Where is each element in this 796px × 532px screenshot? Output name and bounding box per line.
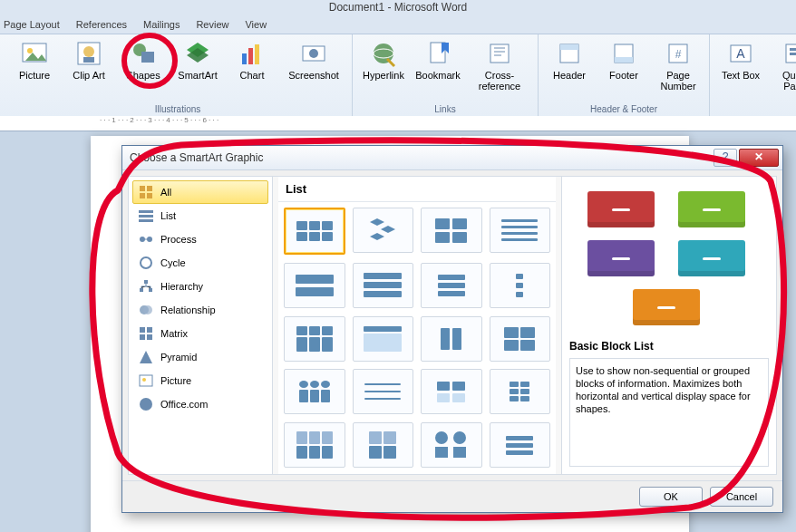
textbox-icon: A [726,39,755,68]
header-icon [555,39,584,68]
svg-rect-54 [453,447,466,458]
shapes-icon [129,39,158,68]
gallery-thumb[interactable] [284,208,345,255]
screenshot-button[interactable]: Screenshot [281,36,346,83]
clipart-button[interactable]: Clip Art [63,36,114,83]
gallery-thumb[interactable] [284,263,345,308]
svg-point-11 [309,49,318,58]
svg-rect-29 [140,186,145,191]
gallery-thumb[interactable] [284,316,345,362]
chart-button[interactable]: Chart [227,36,277,83]
cycle-icon [139,256,153,270]
dialog-close-button[interactable]: ✕ [739,149,779,167]
gallery-thumb[interactable] [353,316,414,362]
svg-point-38 [141,257,151,268]
svg-rect-41 [149,288,152,292]
crossref-icon [485,39,514,68]
svg-rect-15 [490,44,509,63]
category-list[interactable]: List [132,204,268,227]
smartart-button[interactable]: SmartArt [172,36,223,83]
category-relationship[interactable]: Relationship [132,298,268,322]
svg-rect-53 [435,447,448,458]
tab-mailings[interactable]: Mailings [143,19,180,30]
svg-rect-33 [139,210,153,213]
tab-review[interactable]: Review [196,19,228,30]
gallery-thumb[interactable] [490,316,551,362]
gallery-thumb[interactable] [421,263,482,308]
gallery-thumb[interactable] [353,422,414,468]
group-headerfooter-label: Header & Footer [590,104,657,114]
svg-rect-25 [790,48,796,51]
svg-rect-9 [255,44,259,64]
category-officecom[interactable]: Office.com [132,392,268,416]
screenshot-icon [299,39,328,68]
gallery-thumb[interactable] [353,208,414,253]
hyperlink-button[interactable]: Hyperlink [358,36,409,83]
svg-rect-40 [140,288,143,292]
group-links-label: Links [434,104,455,114]
svg-rect-46 [140,334,145,340]
gallery-thumb[interactable] [490,422,551,468]
gallery-thumb[interactable] [284,369,345,414]
gallery-thumb[interactable] [421,422,482,468]
crossref-button[interactable]: Cross-reference [467,36,532,94]
footer-button[interactable]: Footer [598,36,649,83]
gallery-thumb[interactable] [284,422,345,468]
svg-point-3 [83,46,94,57]
svg-point-50 [140,398,152,411]
all-icon [139,185,153,199]
quickparts-button[interactable]: Quick Parts [770,36,796,94]
ok-button[interactable]: OK [639,487,703,507]
ruler: · · · 1 · · · 2 · · · 3 · · · 4 · · · 5 … [0,116,796,131]
category-pyramid[interactable]: Pyramid [132,345,268,369]
tab-view[interactable]: View [245,19,267,30]
category-matrix[interactable]: Matrix [132,322,268,345]
relationship-icon [139,303,153,317]
gallery: List [278,177,556,474]
svg-rect-8 [248,48,253,64]
gallery-thumb[interactable] [490,369,551,414]
gallery-thumb[interactable] [353,369,414,414]
svg-rect-47 [147,334,152,340]
bookmark-icon [423,39,452,68]
textbox-button[interactable]: A Text Box [715,36,766,83]
svg-text:A: A [736,46,745,61]
list-icon [139,208,153,223]
svg-rect-17 [560,44,578,50]
tab-references[interactable]: References [76,19,127,30]
gallery-thumb[interactable] [421,316,482,362]
app-title: Document1 - Microsoft Word [0,0,796,17]
picture-button[interactable]: Picture [9,36,60,83]
picture-cat-icon [139,373,153,388]
hyperlink-icon [369,39,398,68]
svg-point-37 [147,237,152,242]
gallery-thumb[interactable] [490,263,551,308]
header-button[interactable]: Header [544,36,595,83]
svg-point-51 [435,431,448,444]
gallery-thumb[interactable] [421,369,482,414]
preview-canvas [578,191,760,327]
pyramid-icon [139,350,153,364]
gallery-thumb[interactable] [421,208,482,253]
matrix-icon [139,326,153,341]
gallery-heading: List [278,177,556,202]
gallery-thumb[interactable] [353,263,414,308]
svg-point-43 [143,305,152,314]
category-cycle[interactable]: Cycle [132,251,268,275]
pagenum-button[interactable]: # Page Number [653,36,704,94]
svg-rect-35 [139,219,153,222]
tab-page-layout[interactable]: Page Layout [4,19,60,30]
svg-rect-7 [242,53,247,64]
category-hierarchy[interactable]: Hierarchy [132,275,268,298]
category-list: All List Process Cycle Hierarchy Relatio… [129,177,273,474]
dialog-help-button[interactable]: ? [713,149,737,167]
shapes-button[interactable]: Shapes [118,36,169,83]
gallery-thumb[interactable] [490,208,551,253]
cancel-button[interactable]: Cancel [710,487,773,507]
category-picture[interactable]: Picture [132,369,268,392]
picture-icon [20,39,49,68]
preview-title: Basic Block List [569,340,769,353]
bookmark-button[interactable]: Bookmark [413,36,463,83]
category-all[interactable]: All [132,180,268,204]
category-process[interactable]: Process [132,227,268,251]
